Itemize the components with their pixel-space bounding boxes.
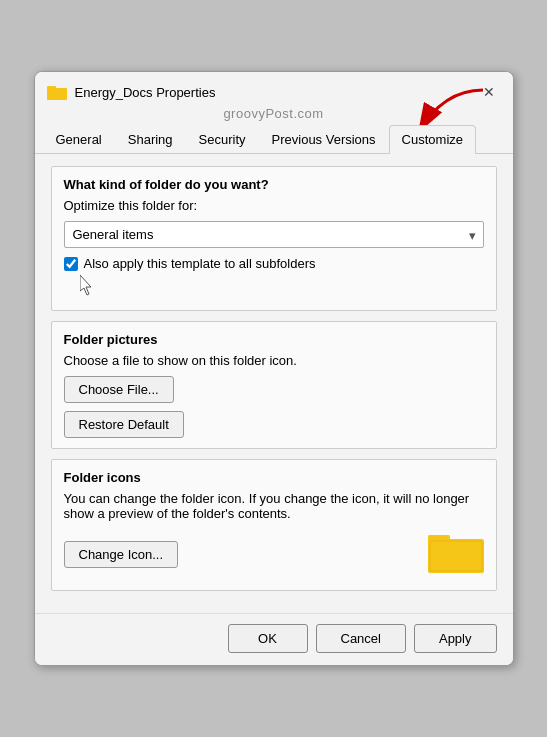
folder-icons-section: Folder icons You can change the folder i… (51, 459, 497, 591)
cancel-button[interactable]: Cancel (316, 624, 406, 653)
folder-icons-title: Folder icons (64, 470, 484, 485)
tab-sharing[interactable]: Sharing (115, 125, 186, 153)
tabs-container: General Sharing Security Previous Versio… (35, 125, 513, 154)
change-icon-button[interactable]: Change Icon... (64, 541, 179, 568)
tab-previous-versions[interactable]: Previous Versions (259, 125, 389, 153)
folder-icons-row: Change Icon... (64, 529, 484, 580)
folder-type-dropdown[interactable]: General items Documents Pictures Music V… (64, 221, 484, 248)
restore-default-button[interactable]: Restore Default (64, 411, 184, 438)
subfolders-checkbox[interactable] (64, 257, 78, 271)
tab-security[interactable]: Security (186, 125, 259, 153)
properties-window: Energy_Docs Properties ✕ groovyPost.com … (34, 71, 514, 666)
folder-pictures-desc: Choose a file to show on this folder ico… (64, 353, 484, 368)
title-bar-left: Energy_Docs Properties (47, 83, 216, 101)
tab-bar: General Sharing Security Previous Versio… (35, 125, 513, 154)
ok-button[interactable]: OK (228, 624, 308, 653)
folder-icon-title (47, 83, 67, 101)
choose-file-button[interactable]: Choose File... (64, 376, 174, 403)
apply-button[interactable]: Apply (414, 624, 497, 653)
svg-rect-2 (47, 88, 67, 100)
folder-type-section: What kind of folder do you want? Optimiz… (51, 166, 497, 311)
content-area: What kind of folder do you want? Optimiz… (35, 154, 513, 613)
close-button[interactable]: ✕ (477, 80, 501, 104)
close-icon: ✕ (483, 84, 495, 100)
folder-large-icon (428, 529, 484, 577)
folder-type-title: What kind of folder do you want? (64, 177, 484, 192)
folder-preview-icon (428, 529, 484, 580)
checkbox-row: Also apply this template to all subfolde… (64, 256, 484, 271)
svg-marker-4 (80, 275, 91, 295)
cursor-indicator (80, 275, 484, 300)
title-bar: Energy_Docs Properties ✕ (35, 72, 513, 104)
dropdown-wrap: General items Documents Pictures Music V… (64, 221, 484, 248)
tab-customize[interactable]: Customize (389, 125, 476, 154)
cursor-icon (80, 275, 96, 297)
optimize-label: Optimize this folder for: (64, 198, 484, 213)
window-title: Energy_Docs Properties (75, 85, 216, 100)
tab-general[interactable]: General (43, 125, 115, 153)
folder-pictures-title: Folder pictures (64, 332, 484, 347)
folder-pictures-section: Folder pictures Choose a file to show on… (51, 321, 497, 449)
folder-icons-desc: You can change the folder icon. If you c… (64, 491, 484, 521)
folder-pictures-buttons: Choose File... Restore Default (64, 376, 484, 438)
checkbox-label: Also apply this template to all subfolde… (84, 256, 316, 271)
watermark: groovyPost.com (35, 104, 513, 125)
svg-rect-10 (430, 541, 482, 571)
footer: OK Cancel Apply (35, 613, 513, 665)
